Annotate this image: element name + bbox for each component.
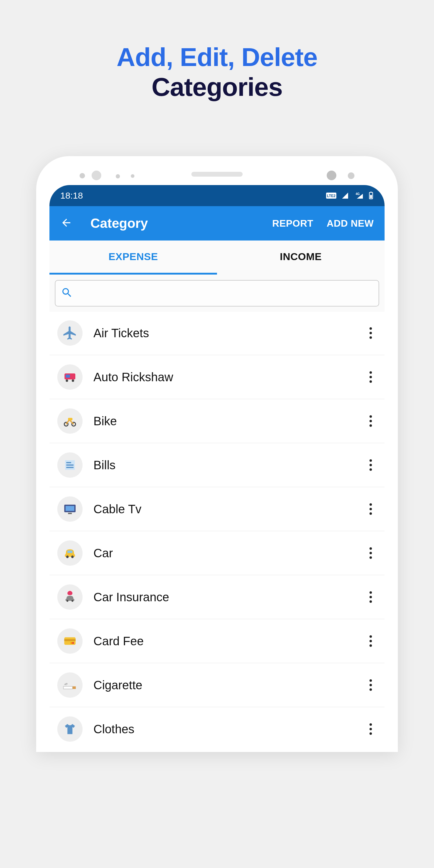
- category-label: Air Tickets: [93, 327, 365, 340]
- more-options-icon[interactable]: [365, 720, 377, 738]
- more-options-icon[interactable]: [365, 412, 377, 430]
- list-item[interactable]: Cigarette: [50, 664, 384, 706]
- category-label: Car: [93, 547, 365, 560]
- list-item[interactable]: Car: [50, 532, 384, 574]
- car-insurance-icon: [57, 584, 83, 610]
- svg-rect-32: [73, 686, 76, 689]
- phone-hardware-top: [50, 169, 384, 185]
- svg-rect-15: [66, 464, 73, 466]
- svg-point-9: [72, 379, 74, 382]
- svg-rect-12: [68, 418, 73, 421]
- sensor-dot: [116, 174, 120, 179]
- tab-expense[interactable]: EXPENSE: [50, 241, 217, 275]
- promo-line2: Categories: [117, 72, 317, 102]
- tv-icon: [57, 496, 83, 522]
- svg-rect-18: [65, 506, 74, 511]
- svg-rect-14: [66, 462, 71, 463]
- more-options-icon[interactable]: [365, 676, 377, 694]
- more-options-icon[interactable]: [365, 324, 377, 342]
- tab-bar: EXPENSE INCOME: [50, 241, 384, 275]
- more-options-icon[interactable]: [365, 632, 377, 650]
- list-item[interactable]: Auto Rickshaw: [50, 356, 384, 398]
- list-item[interactable]: Bills: [50, 444, 384, 486]
- more-options-icon[interactable]: [365, 368, 377, 386]
- camera-dot: [92, 170, 101, 180]
- camera-dot: [327, 170, 336, 180]
- phone-screen: 18:18 LTE2 4G Category: [50, 185, 384, 752]
- status-time: 18:18: [60, 190, 83, 201]
- report-button[interactable]: REPORT: [272, 218, 313, 229]
- clothes-icon: [57, 716, 83, 742]
- signal-icon: [341, 192, 349, 199]
- speaker-grill: [191, 172, 243, 177]
- category-label: Clothes: [93, 722, 365, 736]
- sensor-dot: [131, 174, 134, 178]
- airplane-icon: [57, 320, 83, 346]
- svg-rect-19: [68, 513, 72, 514]
- search-icon: [61, 287, 73, 300]
- promo-line1: Add, Edit, Delete: [117, 42, 317, 72]
- bike-icon: [57, 408, 83, 434]
- battery-icon: [368, 192, 374, 199]
- search-input[interactable]: [78, 287, 373, 299]
- category-label: Bike: [93, 414, 365, 428]
- category-label: Auto Rickshaw: [93, 370, 365, 384]
- category-label: Bills: [93, 458, 365, 472]
- more-options-icon[interactable]: [365, 544, 377, 562]
- car-icon: [57, 540, 83, 566]
- list-item[interactable]: Car Insurance: [50, 576, 384, 618]
- volte-icon: LTE2: [326, 192, 336, 199]
- category-label: Cigarette: [93, 678, 365, 692]
- list-item[interactable]: Air Tickets: [50, 312, 384, 354]
- svg-rect-5: [370, 192, 372, 192]
- svg-text:4G: 4G: [355, 192, 360, 195]
- category-label: Card Fee: [93, 634, 365, 648]
- svg-point-21: [66, 555, 69, 558]
- search-container: [50, 275, 384, 312]
- app-bar: Category REPORT ADD NEW: [50, 206, 384, 241]
- svg-point-26: [71, 600, 73, 601]
- svg-rect-28: [64, 639, 76, 641]
- card-icon: [57, 628, 83, 654]
- list-item[interactable]: Cable Tv: [50, 488, 384, 530]
- sensor-dot: [80, 173, 85, 179]
- list-item[interactable]: Clothes: [50, 708, 384, 750]
- svg-rect-7: [66, 375, 70, 378]
- add-new-button[interactable]: ADD NEW: [327, 218, 374, 229]
- status-bar: 18:18 LTE2 4G: [50, 185, 384, 206]
- cigarette-icon: [57, 673, 83, 698]
- sensor-dot: [348, 173, 354, 179]
- svg-point-8: [66, 379, 68, 382]
- category-label: Cable Tv: [93, 502, 365, 516]
- signal-4g-icon: 4G: [354, 192, 364, 199]
- category-label: Car Insurance: [93, 590, 365, 604]
- more-options-icon[interactable]: [365, 456, 377, 474]
- tab-income[interactable]: INCOME: [217, 241, 384, 275]
- rickshaw-icon: [57, 364, 83, 390]
- category-list: Air TicketsAuto RickshawBikeBillsCable T…: [50, 312, 384, 750]
- bills-icon: [57, 453, 83, 478]
- list-item[interactable]: Bike: [50, 400, 384, 442]
- svg-text:LTE2: LTE2: [327, 194, 336, 198]
- page-title: Category: [90, 216, 272, 231]
- svg-rect-16: [66, 467, 73, 468]
- back-arrow-icon[interactable]: [60, 217, 72, 230]
- svg-rect-4: [370, 195, 372, 198]
- svg-point-25: [67, 600, 68, 601]
- phone-frame: 18:18 LTE2 4G Category: [36, 156, 398, 752]
- more-options-icon[interactable]: [365, 588, 377, 606]
- list-item[interactable]: Card Fee: [50, 620, 384, 662]
- svg-rect-31: [63, 686, 72, 689]
- svg-point-22: [71, 555, 73, 558]
- svg-point-30: [70, 642, 72, 644]
- svg-rect-23: [67, 551, 73, 553]
- search-box[interactable]: [55, 280, 379, 307]
- more-options-icon[interactable]: [365, 500, 377, 518]
